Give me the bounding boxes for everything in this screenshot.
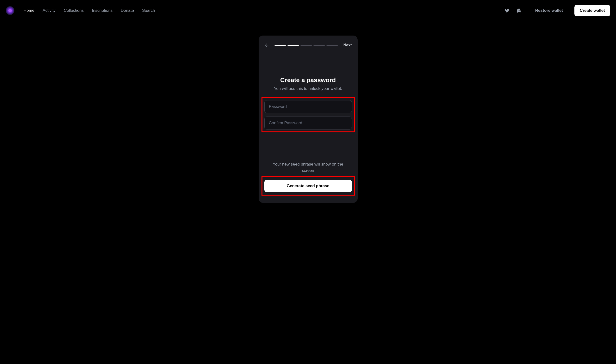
nav-links: Home Activity Collections Inscriptions D… bbox=[24, 8, 155, 13]
progress-step-3 bbox=[301, 45, 312, 46]
password-fields-highlight bbox=[262, 97, 355, 132]
progress-step-1 bbox=[275, 45, 286, 46]
form-title: Create a password bbox=[264, 76, 352, 84]
twitter-icon[interactable] bbox=[504, 8, 510, 13]
nav-collections[interactable]: Collections bbox=[64, 8, 84, 13]
generate-seed-phrase-button[interactable]: Generate seed phrase bbox=[264, 180, 352, 192]
panel-header: Next bbox=[264, 43, 352, 48]
password-input[interactable] bbox=[264, 100, 352, 113]
nav-inscriptions[interactable]: Inscriptions bbox=[92, 8, 113, 13]
progress-indicator bbox=[274, 45, 339, 46]
confirm-password-input[interactable] bbox=[264, 117, 352, 130]
nav-activity[interactable]: Activity bbox=[42, 8, 55, 13]
wallet-setup-panel: Next Create a password You will use this… bbox=[259, 36, 358, 203]
social-icons bbox=[504, 8, 521, 13]
progress-step-4 bbox=[314, 45, 325, 46]
progress-step-5 bbox=[326, 45, 338, 46]
app-logo-icon[interactable] bbox=[6, 6, 14, 15]
back-arrow-icon[interactable] bbox=[264, 43, 269, 48]
nav-donate[interactable]: Donate bbox=[121, 8, 134, 13]
nav-search[interactable]: Search bbox=[142, 8, 155, 13]
progress-step-2 bbox=[288, 45, 299, 46]
create-wallet-button[interactable]: Create wallet bbox=[575, 5, 610, 16]
discord-icon[interactable] bbox=[516, 8, 521, 13]
restore-wallet-link[interactable]: Restore wallet bbox=[535, 8, 563, 13]
generate-button-highlight: Generate seed phrase bbox=[262, 176, 355, 195]
center-wrap: Next Create a password You will use this… bbox=[0, 21, 616, 203]
seed-phrase-note: Your new seed phrase will show on the sc… bbox=[264, 161, 352, 173]
next-button[interactable]: Next bbox=[343, 43, 352, 47]
nav-home[interactable]: Home bbox=[24, 8, 34, 13]
top-navigation: Home Activity Collections Inscriptions D… bbox=[0, 0, 616, 21]
form-subtitle: You will use this to unlock your wallet. bbox=[264, 86, 352, 91]
